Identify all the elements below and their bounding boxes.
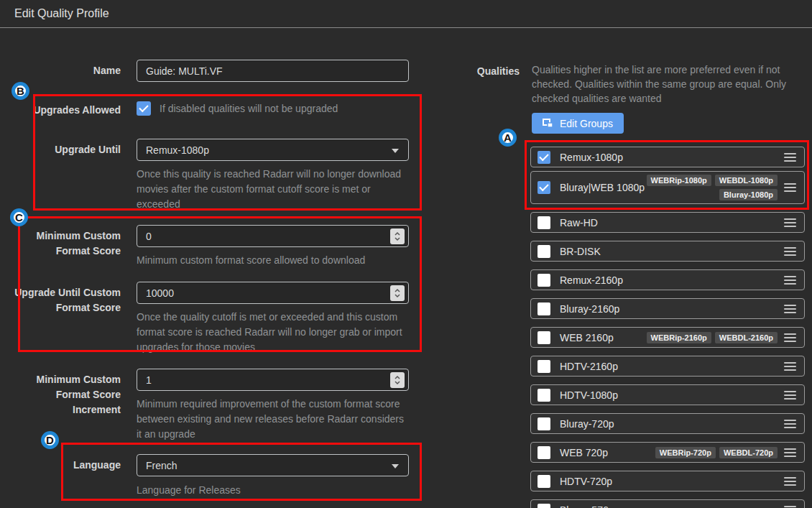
quality-name: HDTV-1080p — [560, 389, 618, 401]
language-help: Language for Releases — [137, 483, 413, 498]
quality-tags: WEBRip-720pWEBDL-720p — [655, 447, 778, 458]
quality-name: HDTV-2160p — [560, 361, 618, 372]
quality-checkbox[interactable] — [538, 331, 550, 344]
upgrades-allowed-help: If disabled qualities will not be upgrad… — [160, 101, 338, 116]
quality-checkbox[interactable] — [538, 181, 550, 194]
min-increment-help: Minimum required improvement of the cust… — [137, 397, 413, 442]
quality-tags: WEBRip-2160pWEBDL-2160p — [647, 332, 778, 343]
quality-name: Bluray|WEB 1080p — [560, 182, 645, 193]
drag-handle-icon[interactable] — [784, 181, 796, 194]
quality-name: Bluray-2160p — [560, 303, 619, 315]
upgrades-allowed-label: Upgrades Allowed — [0, 103, 121, 118]
chevron-down-icon — [392, 464, 399, 468]
quality-name: Bluray-576p — [560, 504, 614, 508]
quality-checkbox[interactable] — [538, 274, 550, 287]
drag-handle-icon[interactable] — [784, 216, 796, 229]
quality-checkbox[interactable] — [538, 417, 550, 430]
quality-list-item[interactable]: WEB 2160p WEBRip-2160pWEBDL-2160p — [530, 327, 805, 348]
min-format-score-field[interactable] — [137, 225, 409, 247]
quality-name: HDTV-720p — [560, 476, 612, 487]
min-increment-field[interactable] — [137, 369, 409, 391]
quality-checkbox[interactable] — [538, 446, 550, 459]
quality-checkbox[interactable] — [538, 389, 550, 402]
quality-tag-pill: WEBDL-720p — [719, 447, 778, 458]
qualities-description: Qualities higher in the list are more pr… — [532, 63, 805, 106]
quality-checkbox[interactable] — [538, 303, 550, 315]
quality-list-item[interactable]: BR-DISK — [530, 241, 805, 262]
drag-handle-icon[interactable] — [784, 303, 796, 315]
min-increment-label: Minimum Custom Format Score Increment — [0, 372, 121, 417]
drag-handle-icon[interactable] — [784, 446, 796, 459]
upgrade-until-value: Remux-1080p — [146, 144, 209, 156]
quality-list-item[interactable]: Raw-HD — [530, 212, 805, 233]
quality-list-item[interactable]: Bluray-2160p — [530, 298, 805, 319]
number-spinner[interactable] — [390, 228, 405, 244]
quality-list-item[interactable]: HDTV-1080p — [530, 384, 805, 405]
quality-list-item[interactable]: Bluray-576p — [530, 499, 805, 508]
drag-handle-icon[interactable] — [784, 151, 796, 164]
annotation-badge-c: C — [10, 208, 28, 226]
quality-tag-pill: WEBDL-1080p — [715, 175, 778, 186]
drag-handle-icon[interactable] — [784, 417, 796, 430]
annotation-badge-b: B — [11, 82, 29, 100]
quality-checkbox[interactable] — [538, 216, 550, 229]
quality-checkbox[interactable] — [538, 504, 550, 508]
drag-handle-icon[interactable] — [784, 331, 796, 344]
quality-tag-pill: WEBRip-1080p — [647, 175, 711, 186]
upgrade-until-score-field[interactable] — [137, 282, 409, 304]
upgrades-allowed-checkbox[interactable] — [137, 101, 151, 116]
quality-name: Remux-1080p — [560, 152, 623, 163]
quality-tag-pill: WEBRip-2160p — [647, 332, 711, 343]
quality-list: Remux-1080p Bluray|WEB 1080p WEBRip-1080… — [530, 147, 805, 508]
quality-list-item[interactable]: HDTV-2160p — [530, 356, 805, 377]
upgrade-until-score-input[interactable] — [146, 282, 400, 303]
quality-checkbox[interactable] — [538, 151, 550, 164]
quality-list-item[interactable]: Remux-2160p — [530, 269, 805, 290]
min-format-score-label: Minimum Custom Format Score — [0, 228, 121, 259]
quality-list-item[interactable]: Remux-1080p — [530, 147, 805, 167]
quality-checkbox[interactable] — [538, 245, 550, 258]
number-spinner[interactable] — [390, 285, 405, 301]
drag-handle-icon[interactable] — [784, 389, 796, 402]
quality-list-item[interactable]: HDTV-720p — [530, 471, 805, 491]
quality-list-item[interactable]: WEB 720p WEBRip-720pWEBDL-720p — [530, 442, 805, 463]
quality-name: Remux-2160p — [560, 274, 623, 286]
modal-header: Edit Quality Profile — [0, 0, 812, 28]
quality-name: BR-DISK — [560, 246, 601, 257]
quality-name: WEB 720p — [560, 447, 608, 458]
quality-tag-pill: WEBDL-2160p — [715, 332, 778, 343]
number-spinner[interactable] — [390, 372, 405, 388]
name-input[interactable] — [146, 60, 400, 81]
drag-handle-icon[interactable] — [784, 274, 796, 287]
upgrade-until-label: Upgrade Until — [0, 142, 121, 157]
quality-tag-pill: WEBRip-720p — [655, 447, 716, 458]
drag-handle-icon[interactable] — [784, 475, 796, 488]
object-group-icon — [543, 119, 553, 128]
annotation-badge-a: A — [499, 129, 517, 147]
edit-groups-button[interactable]: Edit Groups — [532, 113, 624, 134]
drag-handle-icon[interactable] — [784, 504, 796, 508]
upgrade-until-select[interactable]: Remux-1080p — [137, 139, 409, 161]
quality-list-item[interactable]: Bluray|WEB 1080p WEBRip-1080pWEBDL-1080p… — [530, 171, 805, 204]
drag-handle-icon[interactable] — [784, 360, 796, 373]
drag-handle-icon[interactable] — [784, 245, 796, 258]
min-format-score-input[interactable] — [146, 226, 400, 246]
name-field[interactable] — [137, 60, 409, 82]
edit-groups-label: Edit Groups — [560, 118, 613, 129]
language-label: Language — [0, 458, 121, 473]
quality-checkbox[interactable] — [538, 475, 550, 488]
upgrade-until-score-help: Once the quality cutoff is met or exceed… — [137, 310, 413, 355]
quality-tag-pill: Bluray-1080p — [719, 189, 778, 200]
quality-name: WEB 2160p — [560, 332, 614, 343]
min-increment-input[interactable] — [146, 369, 400, 390]
spinner-icon — [394, 375, 401, 385]
qualities-label: Qualities — [399, 65, 520, 77]
spinner-icon — [394, 231, 401, 241]
quality-tags: WEBRip-1080pWEBDL-1080pBluray-1080p — [645, 175, 778, 200]
chevron-down-icon — [392, 149, 399, 153]
language-select[interactable]: French — [137, 454, 409, 476]
quality-checkbox[interactable] — [538, 360, 550, 373]
quality-list-item[interactable]: Bluray-720p — [530, 413, 805, 434]
name-label: Name — [0, 63, 121, 78]
upgrade-until-score-label: Upgrade Until Custom Format Score — [0, 285, 121, 315]
